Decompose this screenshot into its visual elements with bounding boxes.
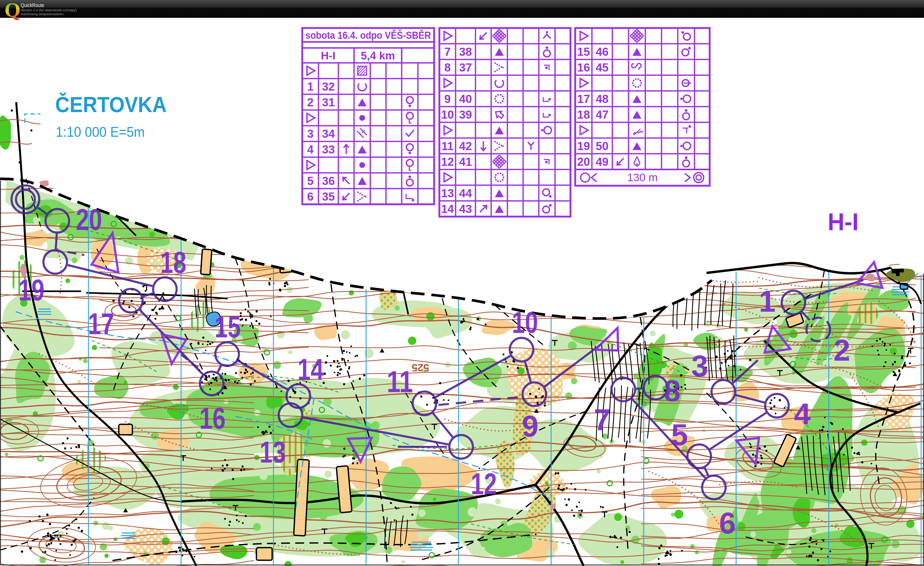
svg-text:17: 17 [577,92,590,105]
svg-text:H-I: H-I [828,208,859,235]
svg-text:15: 15 [214,310,241,344]
svg-text:9: 9 [522,409,538,443]
svg-text:1: 1 [759,285,776,318]
svg-text:44: 44 [459,187,472,200]
svg-text:15: 15 [577,45,590,58]
svg-text:12: 12 [441,155,454,168]
svg-text:525: 525 [412,362,429,373]
svg-text:9: 9 [444,92,451,105]
svg-text:16: 16 [200,402,226,435]
svg-text:7: 7 [444,45,451,58]
svg-text:45: 45 [596,61,609,74]
svg-text:19: 19 [577,140,590,152]
svg-text:8: 8 [664,374,681,408]
svg-text:41: 41 [459,155,472,168]
svg-text:13: 13 [441,187,454,200]
svg-text:sobota 16.4. odpo VĚŠ-SBĚR: sobota 16.4. odpo VĚŠ-SBĚR [305,29,431,41]
svg-text:31: 31 [322,96,335,109]
svg-text:20: 20 [76,203,102,236]
svg-text:46: 46 [596,45,609,58]
svg-text:4: 4 [307,143,314,156]
svg-text:12: 12 [471,467,497,501]
svg-text:42: 42 [459,140,472,152]
svg-text:39: 39 [459,108,472,121]
svg-text:50: 50 [596,140,609,152]
svg-text:49: 49 [596,155,609,168]
svg-text:18: 18 [160,246,186,279]
svg-text:3: 3 [307,127,314,140]
svg-text:2: 2 [307,96,314,109]
svg-text:H-I: H-I [321,50,336,62]
svg-text:10: 10 [441,108,454,121]
svg-text:36: 36 [322,175,335,187]
svg-text:11: 11 [387,365,413,398]
svg-text:33: 33 [322,143,335,156]
svg-text:18: 18 [577,108,590,121]
svg-text:40: 40 [459,92,472,105]
svg-text:8: 8 [444,61,451,74]
svg-text:34: 34 [322,127,335,140]
svg-text:5: 5 [307,175,314,187]
svg-text:7: 7 [594,403,610,437]
svg-text:37: 37 [459,61,472,74]
svg-text:4: 4 [794,397,811,431]
svg-text:32: 32 [322,80,335,93]
svg-text:20: 20 [577,155,590,168]
svg-text:Version 2.4 (for www.bestik.c: Version 2.4 (for www.bestik.cz/mapy) [21,8,76,12]
svg-text:43: 43 [459,202,472,215]
svg-text:ČERTOVKA: ČERTOVKA [55,92,167,117]
svg-text:5,4 km: 5,4 km [361,50,395,62]
svg-text:16: 16 [577,61,590,74]
svg-text:48: 48 [596,92,609,105]
svg-text:1:10 000 E=5m: 1:10 000 E=5m [56,124,145,140]
svg-text:Q: Q [4,0,20,21]
svg-text:1: 1 [307,80,314,93]
svg-text:QuickRoute: QuickRoute [21,2,44,8]
svg-text:6: 6 [307,190,314,203]
svg-text:130 m: 130 m [627,171,658,184]
svg-text:14: 14 [297,352,324,386]
svg-text:11: 11 [441,140,454,152]
svg-text:35: 35 [322,190,335,203]
svg-text:47: 47 [596,108,609,121]
svg-text:17: 17 [88,307,114,340]
svg-text:2: 2 [834,333,850,367]
svg-text:38: 38 [459,45,472,58]
svg-text:3: 3 [692,349,708,383]
svg-text:matstroeng.se/quickroute/en: matstroeng.se/quickroute/en [21,12,64,16]
svg-text:19: 19 [18,273,45,307]
svg-text:5: 5 [671,418,688,452]
svg-text:14: 14 [441,202,454,215]
svg-text:6: 6 [719,506,736,540]
svg-text:13: 13 [260,435,286,469]
svg-text:10: 10 [512,306,538,339]
